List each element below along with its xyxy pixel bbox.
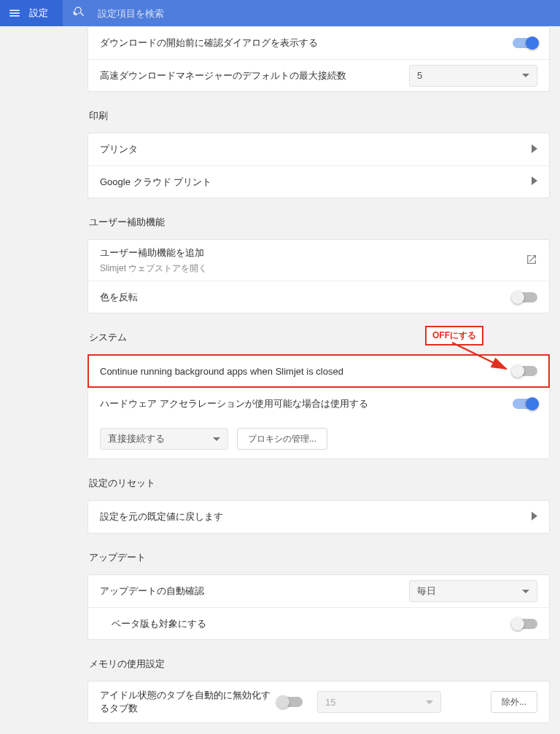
chevron-down-icon (426, 700, 433, 704)
idle-tabs-count-select[interactable]: 15 (317, 691, 441, 713)
idle-tabs-count-value: 15 (325, 697, 335, 708)
auto-update-row: アップデートの自動確認 毎日 (88, 575, 549, 607)
invert-colors-toggle[interactable] (513, 292, 537, 302)
chevron-right-icon (532, 176, 537, 187)
open-external-icon (526, 254, 537, 268)
include-beta-row: ベータ版も対象にする (88, 607, 549, 639)
download-max-conn-label: 高速ダウンロードマネージャーのデフォルトの最大接続数 (100, 69, 409, 82)
proxy-mode-value: 直接接続する (108, 432, 165, 445)
print-card: プリンタ Google クラウド プリント (88, 133, 550, 198)
reset-row[interactable]: 設定を元の既定値に戻します (88, 501, 549, 533)
printers-label: プリンタ (100, 143, 532, 156)
download-max-conn-row: 高速ダウンロードマネージャーのデフォルトの最大接続数 5 (88, 59, 549, 91)
idle-tabs-label: アイドル状態のタブを自動的に無効化するタブ数 (100, 689, 272, 715)
printers-row[interactable]: プリンタ (88, 133, 549, 165)
background-apps-label: Continue running background apps when Sl… (100, 366, 513, 377)
chevron-down-icon (522, 590, 529, 593)
hamburger-menu-icon[interactable] (0, 7, 29, 20)
memory-card: アイドル状態のタブを自動的に無効化するタブ数 15 除外... (88, 681, 550, 723)
hardware-accel-label: ハードウェア アクセラレーションが使用可能な場合は使用する (100, 397, 513, 410)
hardware-accel-toggle[interactable] (513, 399, 537, 409)
download-max-conn-value: 5 (417, 70, 422, 81)
section-print: 印刷 (89, 109, 550, 122)
background-apps-toggle[interactable] (513, 366, 537, 376)
idle-tabs-row: アイドル状態のタブを自動的に無効化するタブ数 15 除外... (88, 682, 549, 722)
download-confirm-row: ダウンロードの開始前に確認ダイアログを表示する (88, 27, 549, 59)
proxy-controls: 直接接続する プロキシの管理... (88, 419, 549, 458)
reset-label: 設定を元の既定値に戻します (100, 510, 532, 523)
reset-card: 設定を元の既定値に戻します (88, 500, 550, 534)
download-max-conn-select[interactable]: 5 (409, 65, 537, 87)
include-beta-toggle[interactable] (513, 619, 537, 629)
chevron-down-icon (213, 437, 220, 441)
update-card: アップデートの自動確認 毎日 ベータ版も対象にする (88, 574, 550, 640)
add-accessibility-row[interactable]: ユーザー補助機能を追加 Slimjet ウェブストアを開く (88, 240, 549, 281)
google-cloud-print-label: Google クラウド プリント (100, 176, 532, 189)
system-card: Continue running background apps when Sl… (88, 354, 550, 459)
proxy-mode-select[interactable]: 直接接続する (100, 428, 228, 450)
search-field[interactable] (63, 0, 560, 26)
search-input[interactable] (98, 8, 550, 19)
section-update: アップデート (89, 551, 550, 564)
page-title: 設定 (29, 7, 48, 20)
section-accessibility: ユーザー補助機能 (89, 216, 550, 229)
search-icon (73, 5, 86, 21)
auto-update-value: 毎日 (417, 585, 436, 598)
chevron-right-icon (532, 512, 537, 523)
background-apps-row: Continue running background apps when Sl… (88, 355, 549, 387)
google-cloud-print-row[interactable]: Google クラウド プリント (88, 165, 549, 198)
download-confirm-toggle[interactable] (513, 38, 537, 48)
auto-update-label: アップデートの自動確認 (100, 585, 409, 598)
section-reset: 設定のリセット (89, 477, 550, 490)
idle-tabs-toggle[interactable] (278, 697, 303, 707)
invert-colors-row: 色を反転 (88, 281, 549, 313)
section-memory: メモリの使用設定 (89, 657, 550, 671)
top-bar: 設定 (0, 0, 560, 26)
chevron-right-icon (532, 144, 537, 155)
add-accessibility-label: ユーザー補助機能を追加 (100, 246, 526, 259)
auto-update-select[interactable]: 毎日 (409, 580, 537, 602)
chevron-down-icon (522, 74, 529, 77)
include-beta-label: ベータ版も対象にする (100, 617, 513, 630)
invert-colors-label: 色を反転 (100, 291, 513, 304)
annotation-label: OFFにする (425, 326, 483, 345)
download-confirm-label: ダウンロードの開始前に確認ダイアログを表示する (100, 36, 513, 50)
proxy-settings-button[interactable]: プロキシの管理... (237, 428, 327, 450)
accessibility-card: ユーザー補助機能を追加 Slimjet ウェブストアを開く 色を反転 (88, 239, 550, 313)
add-accessibility-sub: Slimjet ウェブストアを開く (100, 262, 526, 275)
exclude-button[interactable]: 除外... (491, 691, 537, 713)
downloads-card: ダウンロードの開始前に確認ダイアログを表示する 高速ダウンロードマネージャーのデ… (88, 26, 550, 92)
hardware-accel-row: ハードウェア アクセラレーションが使用可能な場合は使用する (88, 387, 549, 419)
